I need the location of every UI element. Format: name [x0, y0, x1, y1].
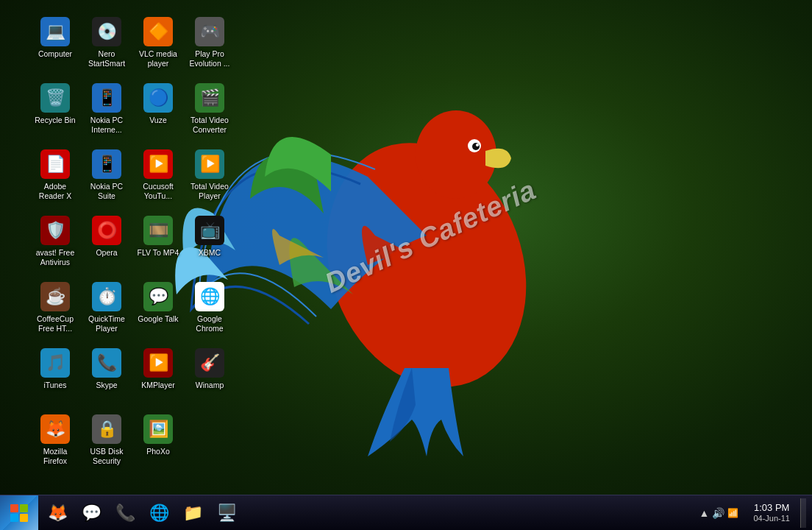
nokiapc2-label: Nokia PC Interne...: [83, 116, 131, 135]
kmplayer-icon-img: ▶️: [143, 348, 173, 378]
firefox-label: Mozilla Firefox: [32, 447, 79, 466]
opera-icon-img: ⭕: [92, 216, 121, 245]
taskbar-icon-skype-tb[interactable]: 📞: [109, 498, 141, 528]
desktop-icon-recycle[interactable]: 🗑️Recycle Bin: [29, 77, 81, 144]
svg-rect-5: [10, 504, 18, 512]
computer-label: Computer: [38, 49, 72, 59]
show-desktop-button[interactable]: [800, 498, 806, 528]
kmplayer-label: KMPlayer: [141, 381, 175, 390]
desktop-icon-avast[interactable]: 🛡️avast! Free Antivirus: [29, 210, 81, 276]
itunes-label: iTunes: [43, 381, 66, 390]
nokiasuite-icon-img: 📱: [92, 149, 121, 179]
skype-icon-img: 📞: [92, 348, 121, 378]
nokiasuite-label: Nokia PC Suite: [83, 182, 131, 201]
desktop-icon-computer[interactable]: 💻Computer: [29, 11, 81, 77]
svg-rect-8: [20, 514, 28, 522]
desktop-icon-skype[interactable]: 📞Skype: [81, 342, 132, 409]
tray-network[interactable]: 📶: [727, 508, 738, 518]
totalvideo-icon-img: 🎬: [195, 83, 224, 113]
itunes-icon-img: 🎵: [40, 348, 70, 378]
start-button[interactable]: [0, 495, 38, 531]
taskbar-icon-media-tb[interactable]: 🖥️: [210, 498, 243, 528]
winamp-icon-img: 🎸: [195, 348, 224, 378]
coffeecup-icon-img: ☕: [40, 282, 70, 311]
tray-volume[interactable]: 🔊: [712, 507, 724, 519]
phoxo-label: PhoXo: [146, 447, 170, 456]
desktop-icon-totalvideo[interactable]: 🎬Total Video Converter: [184, 77, 235, 144]
usbdisk-label: USB Disk Security: [83, 447, 131, 466]
taskbar-icon-googletalk-tb[interactable]: 💬: [75, 498, 107, 528]
chrome-label: Google Chrome: [186, 314, 234, 333]
desktop-icon-quicktime[interactable]: ⏱️QuickTime Player: [81, 276, 132, 342]
desktop-icon-xbmc[interactable]: 📺XBMC: [184, 210, 235, 276]
desktop-icon-totalplayer[interactable]: ▶️Total Video Player: [184, 144, 235, 210]
computer-icon-img: 💻: [40, 17, 70, 46]
desktop-icon-winamp[interactable]: 🎸Winamp: [184, 342, 235, 409]
desktop-icon-nokiapc2[interactable]: 📱Nokia PC Interne...: [81, 77, 132, 144]
flvmp4-label: FLV To MP4: [138, 248, 179, 258]
desktop-icon-itunes[interactable]: 🎵iTunes: [29, 342, 81, 409]
xbmc-icon-img: 📺: [195, 216, 224, 245]
avast-label: avast! Free Antivirus: [32, 248, 79, 267]
desktop-icon-cucusoft[interactable]: ▶️Cucusoft YouTu...: [132, 144, 184, 210]
desktop-icon-kmplayer[interactable]: ▶️KMPlayer: [132, 342, 184, 409]
desktop-icon-googletalk[interactable]: 💬Google Talk: [132, 276, 184, 342]
avast-icon-img: 🛡️: [40, 216, 70, 245]
taskbar-icon-iexplore-tb[interactable]: 🌐: [143, 498, 175, 528]
googletalk-label: Google Talk: [138, 314, 178, 324]
cucusoft-icon-img: ▶️: [143, 149, 173, 179]
desktop-icon-nero[interactable]: 💿Nero StartSmart: [81, 11, 132, 77]
firefox-icon-img: 🦊: [40, 414, 70, 444]
recycle-label: Recycle Bin: [35, 116, 75, 125]
chrome-icon-img: 🌐: [195, 282, 224, 311]
desktop-icon-phoxo[interactable]: 🖼️PhoXo: [132, 409, 184, 475]
playevo-label: Play Pro Evolution ...: [186, 49, 234, 68]
vuze-label: Vuze: [149, 116, 167, 125]
nokiapc2-icon-img: 📱: [92, 83, 121, 113]
clock-time: 1:03 PM: [754, 502, 789, 514]
adobe-icon-img: 📄: [40, 149, 70, 179]
desktop-icon-flvmp4[interactable]: 🎞️FLV To MP4: [132, 210, 184, 276]
system-clock[interactable]: 1:03 PM 04-Jun-11: [747, 502, 796, 523]
vlc-label: VLC media player: [135, 49, 182, 68]
vuze-icon-img: 🔵: [143, 83, 173, 113]
totalvideo-label: Total Video Converter: [186, 116, 234, 135]
desktop-icon-opera[interactable]: ⭕Opera: [81, 210, 132, 276]
taskbar-icon-explorer-tb[interactable]: 📁: [177, 498, 209, 528]
desktop: Devil's Cafeteria 💻Computer💿Nero StartSm…: [0, 0, 812, 530]
nero-label: Nero StartSmart: [83, 49, 131, 68]
svg-rect-6: [20, 504, 28, 512]
winamp-label: Winamp: [196, 381, 224, 390]
svg-rect-7: [10, 514, 18, 522]
desktop-icon-adobe[interactable]: 📄Adobe Reader X: [29, 144, 81, 210]
desktop-icon-playevo[interactable]: 🎮Play Pro Evolution ...: [184, 11, 235, 77]
taskbar: 🦊💬📞🌐📁🖥️ ▲ 🔊 📶 1:03 PM 04-Jun-11: [0, 495, 812, 530]
totalplayer-label: Total Video Player: [186, 182, 234, 201]
usbdisk-icon-img: 🔒: [92, 414, 121, 444]
coffeecup-label: CoffeeCup Free HT...: [32, 314, 79, 333]
flvmp4-icon-img: 🎞️: [143, 216, 173, 245]
desktop-icon-vlc[interactable]: 🔶VLC media player: [132, 11, 184, 77]
taskbar-pinned-icons: 🦊💬📞🌐📁🖥️: [38, 495, 246, 530]
totalplayer-icon-img: ▶️: [195, 149, 224, 179]
quicktime-icon-img: ⏱️: [92, 282, 121, 311]
playevo-icon-img: 🎮: [195, 17, 224, 46]
taskbar-icon-firefox-tb[interactable]: 🦊: [41, 498, 74, 528]
desktop-icon-chrome[interactable]: 🌐Google Chrome: [184, 276, 235, 342]
opera-label: Opera: [96, 248, 117, 258]
recycle-icon-img: 🗑️: [40, 83, 70, 113]
desktop-icon-coffeecup[interactable]: ☕CoffeeCup Free HT...: [29, 276, 81, 342]
vlc-icon-img: 🔶: [143, 17, 173, 46]
phoxo-icon-img: 🖼️: [143, 414, 173, 444]
desktop-icon-vuze[interactable]: 🔵Vuze: [132, 77, 184, 144]
desktop-icon-firefox[interactable]: 🦊Mozilla Firefox: [29, 409, 81, 475]
cucusoft-label: Cucusoft YouTu...: [135, 182, 182, 201]
xbmc-label: XBMC: [199, 248, 221, 258]
system-tray: ▲ 🔊 📶: [695, 507, 744, 519]
googletalk-icon-img: 💬: [143, 282, 173, 311]
skype-label: Skype: [96, 381, 117, 390]
desktop-icons-area: 💻Computer💿Nero StartSmart🔶VLC media play…: [29, 11, 235, 475]
tray-expand[interactable]: ▲: [699, 507, 710, 519]
desktop-icon-nokiasuite[interactable]: 📱Nokia PC Suite: [81, 144, 132, 210]
desktop-icon-usbdisk[interactable]: 🔒USB Disk Security: [81, 409, 132, 475]
